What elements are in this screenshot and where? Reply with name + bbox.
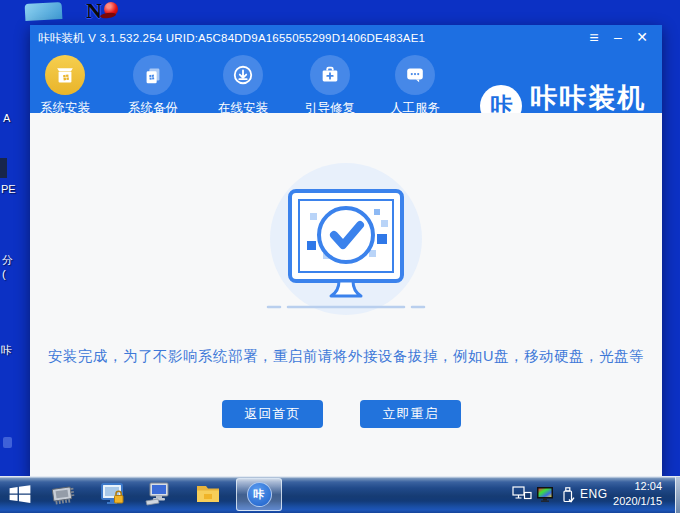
installer-window: 咔咔装机 V 3.1.532.254 URID:A5C84DD9A1655055… [30, 25, 662, 478]
desktop: N A PE 分 ( 咔 咔咔装机 V 3.1.532.254 URID:A5C… [0, 0, 680, 513]
chat-icon [395, 55, 435, 95]
desktop-label-fragment: 分 ( [2, 253, 13, 280]
minimize-button[interactable]: – [606, 25, 630, 51]
download-icon [223, 55, 263, 95]
n-red-ball-icon[interactable]: N [86, 0, 130, 24]
window-title: 咔咔装机 V 3.1.532.254 URID:A5C84DD9A1655055… [38, 25, 425, 51]
return-home-button[interactable]: 返回首页 [222, 400, 323, 428]
menu-icon[interactable]: ≡ [582, 25, 606, 51]
show-desktop-button[interactable] [675, 477, 680, 513]
windows-logo-icon [7, 481, 33, 507]
brand-title: 咔咔装机 [530, 84, 650, 112]
desktop-label-fragment [3, 437, 12, 448]
nav-item-boot-repair[interactable]: 引导修复 [297, 55, 363, 117]
backup-files-icon [133, 55, 173, 95]
desktop-icon-fragment [0, 158, 7, 178]
window-controls: ≡ – ✕ [582, 25, 654, 51]
toolbox-icon [310, 55, 350, 95]
start-button[interactable] [6, 480, 34, 508]
nav-item-system-backup[interactable]: 系统备份 [120, 55, 186, 117]
desktop-label-fragment: 咔 [1, 343, 12, 358]
nav-item-online-install[interactable]: 在线安装 [210, 55, 276, 117]
title-bar[interactable]: 咔咔装机 V 3.1.532.254 URID:A5C84DD9A1655055… [30, 25, 662, 51]
taskbar: 咔 [0, 476, 680, 513]
taskbar-clock[interactable]: 12:04 2020/1/15 [613, 479, 662, 509]
usb-tray-icon[interactable] [560, 486, 575, 508]
language-indicator[interactable]: ENG [580, 487, 608, 501]
clock-date: 2020/1/15 [613, 494, 662, 509]
taskbar-folder-icon[interactable] [194, 480, 222, 508]
taskbar-kaka-app-button[interactable]: 咔 [236, 478, 282, 511]
kaka-app-icon: 咔 [247, 482, 272, 507]
nav-item-system-install[interactable]: 系统安装 [32, 55, 98, 117]
completion-message: 安装完成，为了不影响系统部署，重启前请将外接设备拔掉，例如U盘，移动硬盘，光盘等 [30, 347, 662, 366]
taskbar-chip-icon[interactable] [46, 478, 78, 510]
install-box-icon [45, 55, 85, 95]
main-content: 安装完成，为了不影响系统部署，重启前请将外接设备拔掉，例如U盘，移动硬盘，光盘等… [30, 113, 662, 478]
desktop-label-fragment: A [3, 112, 10, 124]
taskbar-my-computer-icon[interactable] [143, 480, 171, 508]
desktop-icon-fragment[interactable] [25, 2, 63, 21]
restart-now-button[interactable]: 立即重启 [360, 400, 461, 428]
display-tray-icon[interactable] [536, 486, 555, 507]
install-complete-illustration [266, 163, 426, 323]
nav-item-support[interactable]: 人工服务 [382, 55, 448, 117]
monitor-check-icon [266, 163, 426, 323]
close-button[interactable]: ✕ [630, 25, 654, 51]
taskbar-partition-tool-icon[interactable] [99, 480, 127, 508]
network-tray-icon[interactable] [512, 486, 532, 507]
desktop-label-fragment: PE [1, 183, 16, 195]
clock-time: 12:04 [613, 479, 662, 494]
